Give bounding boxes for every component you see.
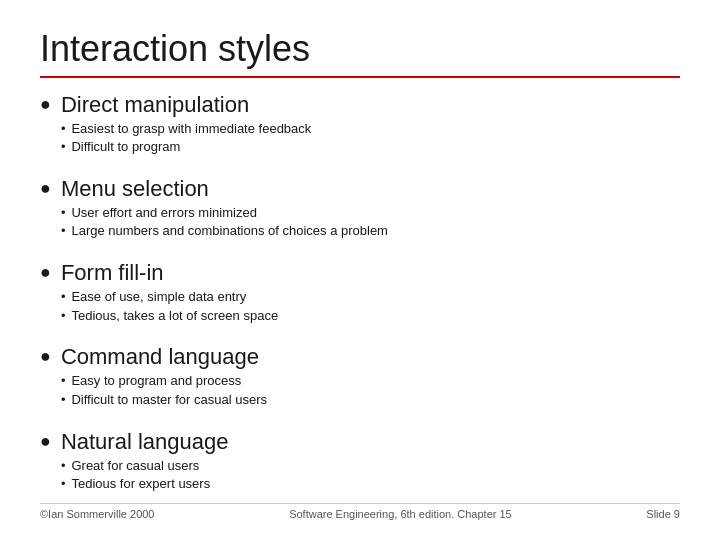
footer-right: Slide 9 (646, 508, 680, 520)
section-title-natural-language: Natural language (61, 429, 229, 455)
slide-title: Interaction styles (40, 28, 680, 70)
sub-item-text: Easy to program and process (71, 372, 241, 390)
list-item: •Difficult to master for casual users (61, 391, 267, 409)
sub-item-text: Easiest to grasp with immediate feedback (71, 120, 311, 138)
section-body-natural-language: Natural language•Great for casual users•… (61, 429, 229, 493)
section-title-form-fill-in: Form fill-in (61, 260, 278, 286)
list-item: •Tedious for expert users (61, 475, 229, 493)
list-item: •Ease of use, simple data entry (61, 288, 278, 306)
sub-bullet-icon: • (61, 475, 66, 493)
title-underline (40, 76, 680, 78)
list-item: •Easy to program and process (61, 372, 267, 390)
list-item: •User effort and errors minimized (61, 204, 388, 222)
section-body-menu-selection: Menu selection•User effort and errors mi… (61, 176, 388, 240)
sub-bullet-icon: • (61, 372, 66, 390)
sub-bullet-icon: • (61, 457, 66, 475)
sub-bullet-icon: • (61, 120, 66, 138)
slide: Interaction styles ●Direct manipulation•… (0, 0, 720, 540)
bullet-menu-selection: ● (40, 178, 51, 199)
bullet-form-fill-in: ● (40, 262, 51, 283)
list-item: •Great for casual users (61, 457, 229, 475)
sub-bullet-icon: • (61, 138, 66, 156)
slide-content: ●Direct manipulation•Easiest to grasp wi… (40, 92, 680, 495)
sub-items-direct-manipulation: •Easiest to grasp with immediate feedbac… (61, 120, 311, 156)
sub-bullet-icon: • (61, 307, 66, 325)
sub-item-text: Difficult to master for casual users (71, 391, 267, 409)
sub-bullet-icon: • (61, 391, 66, 409)
section-title-menu-selection: Menu selection (61, 176, 388, 202)
section-form-fill-in: ●Form fill-in•Ease of use, simple data e… (40, 260, 680, 324)
sub-item-text: Difficult to program (71, 138, 180, 156)
sub-item-text: Ease of use, simple data entry (71, 288, 246, 306)
sub-bullet-icon: • (61, 288, 66, 306)
sub-item-text: Great for casual users (71, 457, 199, 475)
sub-item-text: Tedious for expert users (71, 475, 210, 493)
sub-items-form-fill-in: •Ease of use, simple data entry•Tedious,… (61, 288, 278, 324)
section-menu-selection: ●Menu selection•User effort and errors m… (40, 176, 680, 240)
sub-items-command-language: •Easy to program and process•Difficult t… (61, 372, 267, 408)
sub-bullet-icon: • (61, 204, 66, 222)
section-command-language: ●Command language•Easy to program and pr… (40, 344, 680, 408)
list-item: •Large numbers and combinations of choic… (61, 222, 388, 240)
section-natural-language: ●Natural language•Great for casual users… (40, 429, 680, 493)
sub-items-menu-selection: •User effort and errors minimized•Large … (61, 204, 388, 240)
bullet-direct-manipulation: ● (40, 94, 51, 115)
section-direct-manipulation: ●Direct manipulation•Easiest to grasp wi… (40, 92, 680, 156)
bullet-natural-language: ● (40, 431, 51, 452)
sub-item-text: Tedious, takes a lot of screen space (71, 307, 278, 325)
sub-item-text: Large numbers and combinations of choice… (71, 222, 388, 240)
sub-bullet-icon: • (61, 222, 66, 240)
slide-footer: ©Ian Sommerville 2000 Software Engineeri… (40, 503, 680, 520)
section-title-direct-manipulation: Direct manipulation (61, 92, 311, 118)
bullet-command-language: ● (40, 346, 51, 367)
sub-items-natural-language: •Great for casual users•Tedious for expe… (61, 457, 229, 493)
list-item: •Easiest to grasp with immediate feedbac… (61, 120, 311, 138)
list-item: •Difficult to program (61, 138, 311, 156)
section-title-command-language: Command language (61, 344, 267, 370)
list-item: •Tedious, takes a lot of screen space (61, 307, 278, 325)
footer-center: Software Engineering, 6th edition. Chapt… (289, 508, 512, 520)
section-body-direct-manipulation: Direct manipulation•Easiest to grasp wit… (61, 92, 311, 156)
section-body-form-fill-in: Form fill-in•Ease of use, simple data en… (61, 260, 278, 324)
sub-item-text: User effort and errors minimized (71, 204, 256, 222)
footer-left: ©Ian Sommerville 2000 (40, 508, 155, 520)
section-body-command-language: Command language•Easy to program and pro… (61, 344, 267, 408)
